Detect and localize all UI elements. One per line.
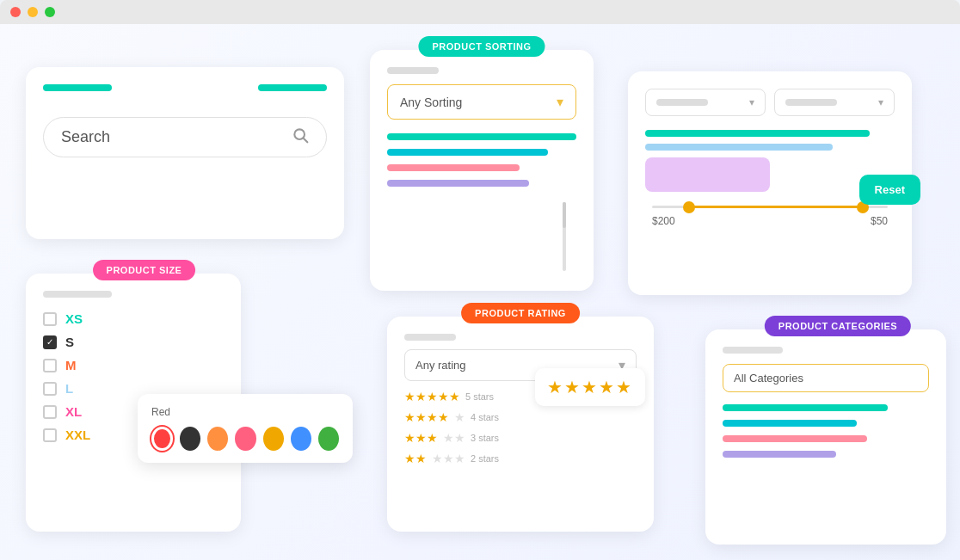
swatch-blue[interactable] — [291, 427, 311, 451]
sort-chevron-icon: ▾ — [557, 94, 563, 110]
size-header-bar — [43, 291, 112, 298]
checkbox-xl[interactable] — [43, 405, 57, 419]
price-range-slider[interactable]: $200 $50 — [645, 206, 895, 227]
size-item-s[interactable]: S — [43, 335, 224, 349]
search-icon — [292, 126, 309, 148]
rating-row-4[interactable]: ★★★★★ 4 stars — [404, 410, 637, 424]
main-container: Search PRODUCT SORTING Any Sorting ▾ — [0, 24, 960, 560]
rating-text-3: 3 stars — [471, 433, 499, 443]
sort-item-3 — [387, 164, 520, 171]
sort-scrollbar-thumb — [563, 202, 566, 228]
sort-item-2 — [387, 149, 548, 156]
swatch-amber[interactable] — [263, 427, 284, 451]
size-label-xl: XL — [65, 404, 82, 419]
rating-header-bar — [404, 334, 456, 341]
sort-list — [387, 133, 576, 187]
dot-green[interactable] — [45, 7, 55, 17]
sort-select[interactable]: Any Sorting ▾ — [387, 84, 576, 120]
price-bar-1 — [645, 130, 870, 137]
stars-3-empty: ★★ — [443, 431, 465, 445]
stars-4-empty: ★ — [454, 410, 465, 424]
size-label-xs: XS — [65, 311, 83, 326]
price-bar-3 — [645, 157, 770, 192]
categories-badge: PRODUCT CATEGORIES — [765, 316, 911, 336]
cat-header-bar — [723, 347, 783, 354]
search-card: Search — [26, 67, 344, 239]
swatch-pink[interactable] — [235, 427, 255, 451]
cat-item-3 — [723, 435, 867, 442]
cat-item-1 — [723, 404, 888, 411]
reset-button[interactable]: Reset — [859, 175, 920, 205]
checkbox-xxl[interactable] — [43, 428, 57, 442]
size-badge: PRODUCT SIZE — [93, 260, 196, 280]
price-card: ▾ ▾ Reset $200 $50 — [628, 71, 912, 295]
sort-header-bar — [387, 67, 439, 74]
cat-item-2 — [723, 420, 857, 427]
teal-bar — [258, 84, 327, 91]
search-label: Search — [61, 128, 110, 146]
swatch-orange[interactable] — [207, 427, 228, 451]
dot-yellow[interactable] — [28, 7, 38, 17]
slider-thumb-left[interactable] — [683, 201, 695, 213]
price-bar-2 — [645, 144, 833, 151]
categories-card: PRODUCT CATEGORIES All Categories — [705, 329, 946, 545]
price-max-label: $50 — [871, 215, 888, 227]
rating-row-3[interactable]: ★★★★★ 3 stars — [404, 431, 637, 445]
stars-3: ★★★ — [404, 431, 438, 445]
checkbox-s[interactable] — [43, 335, 57, 349]
dot-red[interactable] — [10, 7, 21, 17]
swatch-green[interactable] — [318, 427, 339, 451]
rating-text-4: 4 stars — [471, 412, 499, 422]
color-picker: Red — [138, 394, 353, 463]
price-dropdown-2[interactable]: ▾ — [774, 89, 895, 116]
slider-fill — [687, 206, 865, 208]
rating-badge: PRODUCT RATING — [461, 303, 580, 323]
color-swatches — [151, 427, 339, 451]
sort-scrollbar[interactable] — [563, 202, 566, 271]
cat-item-4 — [723, 451, 836, 458]
svg-line-1 — [304, 138, 308, 143]
size-label-xxl: XXL — [65, 428, 90, 442]
cat-select[interactable]: All Categories — [723, 364, 929, 392]
chevron-down-icon-2: ▾ — [878, 96, 883, 108]
stars-2: ★★ — [404, 452, 427, 465]
sorting-badge: PRODUCT SORTING — [418, 36, 545, 57]
rating-selected-value: Any rating — [415, 359, 466, 372]
checkbox-l[interactable] — [43, 382, 57, 396]
stars-5: ★★★★★ — [404, 390, 460, 403]
big-stars: ★★★★★ — [547, 377, 633, 397]
rating-text-5: 5 stars — [465, 391, 494, 402]
slider-track — [652, 206, 888, 208]
titlebar — [0, 0, 960, 24]
size-item-xs[interactable]: XS — [43, 311, 224, 326]
color-label: Red — [151, 406, 339, 418]
sort-selected-value: Any Sorting — [400, 95, 462, 109]
rating-row-2[interactable]: ★★★★★ 2 stars — [404, 452, 637, 465]
chevron-down-icon-1: ▾ — [749, 96, 754, 108]
rating-card: PRODUCT RATING Any rating ▾ ★★★★★ ★★★★★ … — [387, 317, 654, 532]
big-stars-box: ★★★★★ — [535, 368, 645, 406]
sorting-card: PRODUCT SORTING Any Sorting ▾ — [370, 50, 594, 291]
sort-item-4 — [387, 180, 529, 187]
checkbox-m[interactable] — [43, 359, 57, 372]
price-min-label: $200 — [652, 215, 675, 227]
size-item-m[interactable]: M — [43, 358, 224, 372]
size-label-l: L — [65, 381, 73, 396]
search-box[interactable]: Search — [43, 117, 327, 157]
stars-4: ★★★★ — [404, 410, 449, 424]
size-label-m: M — [65, 358, 77, 372]
price-dropdown-bar-1 — [656, 99, 708, 106]
swatch-red[interactable] — [151, 427, 173, 451]
checkbox-xs[interactable] — [43, 312, 57, 326]
sort-item-1 — [387, 133, 576, 140]
swatch-black[interactable] — [180, 427, 200, 451]
price-dropdown-1[interactable]: ▾ — [645, 89, 766, 116]
size-label-s: S — [65, 335, 74, 349]
rating-text-2: 2 stars — [471, 453, 499, 464]
price-dropdown-bar-2 — [785, 99, 837, 106]
stars-2-empty: ★★★ — [432, 452, 465, 465]
green-bar — [43, 84, 112, 91]
